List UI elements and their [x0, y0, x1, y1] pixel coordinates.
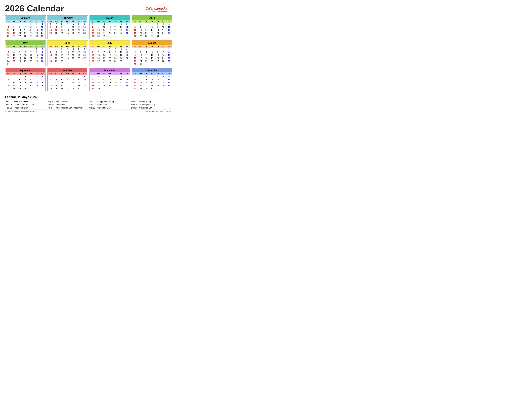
calendar-day: 12 [90, 54, 96, 57]
month-april: AprilSuMoTuWeThFrSa123456789101112131415… [132, 15, 173, 39]
calendar-day: 6 [155, 51, 161, 54]
calendar-day: 11 [107, 78, 113, 81]
calendar-day: 25 [34, 84, 39, 87]
holiday-col-4: Nov 11Veterans DayNov 26Thanksgiving Day… [130, 100, 172, 110]
calendar-day: 18 [34, 81, 39, 84]
calendar-day [118, 90, 124, 91]
calendar-day: 22 [90, 84, 96, 87]
holiday-name: Juneteenth [56, 104, 65, 106]
calendar-day: 17 [82, 81, 87, 84]
calendar-day [22, 63, 28, 66]
calendar-day [65, 90, 70, 91]
calendar-day [132, 90, 138, 91]
calendar-day: 15 [34, 54, 39, 57]
calendar-day [138, 23, 144, 26]
calendar-day: 8 [107, 51, 113, 54]
calendar-day: 2 [76, 75, 82, 78]
holiday-date: Jun 19 [48, 104, 54, 106]
calendar-day: 17 [6, 57, 11, 60]
calendar-day: 4 [34, 75, 39, 78]
calendar-day: 22 [34, 57, 39, 60]
calendar-day: 16 [113, 54, 118, 57]
calendar-day: 16 [59, 54, 65, 57]
calendar-day: 8 [34, 51, 39, 54]
calendar-day: 9 [96, 78, 101, 81]
holiday-item: May 25Memorial Day [47, 100, 89, 103]
dow-mo: Mo [96, 72, 101, 75]
calendar-day: 20 [82, 54, 87, 57]
calendar-day: 4 [166, 23, 172, 26]
calendar-day: 20 [76, 28, 82, 32]
calendar-day: 16 [96, 81, 101, 84]
calendar-day: 1 [34, 48, 39, 51]
brand-name: Calendarpedia [145, 7, 167, 10]
holiday-date: Jan 1 [6, 100, 12, 103]
calendar-day: 12 [53, 81, 59, 84]
calendar-day: 19 [39, 81, 45, 84]
calendar-day: 28 [28, 60, 34, 63]
calendar-day: 8 [28, 26, 34, 28]
dow-th: Th [28, 72, 34, 75]
calendar-day: 1 [166, 48, 172, 51]
dow-tu: Tu [101, 20, 107, 23]
calendar-day: 6 [22, 51, 28, 54]
calendar-day: 10 [65, 51, 70, 54]
calendar-day: 16 [149, 81, 155, 84]
calendar-day: 7 [124, 23, 130, 26]
calendar-day: 4 [6, 26, 11, 28]
calendar-day: 22 [48, 32, 54, 35]
calendar-day: 29 [90, 35, 96, 38]
calendar-day [76, 90, 82, 91]
calendar-day: 1 [144, 75, 149, 78]
calendar-day [96, 38, 101, 38]
brand-text: Calendar [145, 7, 159, 10]
calendar-day [28, 48, 34, 51]
calendar-day [39, 87, 45, 90]
calendar-day [70, 60, 76, 63]
calendar-day: 3 [65, 48, 70, 51]
calendar-day [107, 63, 113, 63]
calendar-day: 13 [17, 28, 23, 32]
calendar-day [166, 63, 172, 66]
calendar-day: 30 [34, 35, 39, 38]
brand-sub: Your source for calendars [145, 10, 167, 12]
holiday-item: Jul 4Independence Day [89, 100, 130, 103]
calendar-day: 4 [107, 23, 113, 26]
calendar-day: 13 [118, 26, 124, 28]
dow-su: Su [132, 45, 138, 48]
calendar-day [59, 90, 65, 91]
calendar-day: 9 [76, 78, 82, 81]
calendar-day: 25 [107, 84, 113, 87]
dow-we: We [149, 72, 155, 75]
brand: Calendarpedia Your source for calendars [145, 7, 167, 12]
calendar-day: 17 [101, 28, 107, 32]
calendar-day: 12 [70, 26, 76, 28]
calendar-day: 28 [11, 87, 17, 90]
holiday-name: Labor Day [97, 104, 106, 106]
calendar-day [96, 90, 101, 91]
calendar-day [132, 38, 138, 38]
calendar-day: 13 [76, 26, 82, 28]
calendar-day: 17 [28, 81, 34, 84]
calendar-day: 6 [6, 78, 11, 81]
calendar-day: 10 [39, 26, 45, 28]
calendar-day: 23 [76, 84, 82, 87]
calendar-day [149, 38, 155, 38]
dow-fr: Fr [118, 20, 124, 23]
dow-sa: Sa [39, 72, 45, 75]
calendar-day: 7 [138, 78, 144, 81]
calendar-day [65, 35, 70, 36]
calendar-day: 31 [138, 63, 144, 66]
calendar-day: 22 [166, 57, 172, 60]
calendar-day [70, 63, 76, 63]
calendar-day: 13 [132, 81, 138, 84]
calendar-day: 11 [34, 78, 39, 81]
calendar-day: 24 [6, 60, 11, 63]
calendar-day: 28 [124, 32, 130, 35]
calendar-day: 21 [124, 28, 130, 32]
calendar-day: 27 [22, 60, 28, 63]
calendar-day [160, 48, 166, 51]
calendar-day: 3 [28, 75, 34, 78]
calendar-day: 23 [34, 32, 39, 35]
calendar-day [48, 75, 54, 78]
